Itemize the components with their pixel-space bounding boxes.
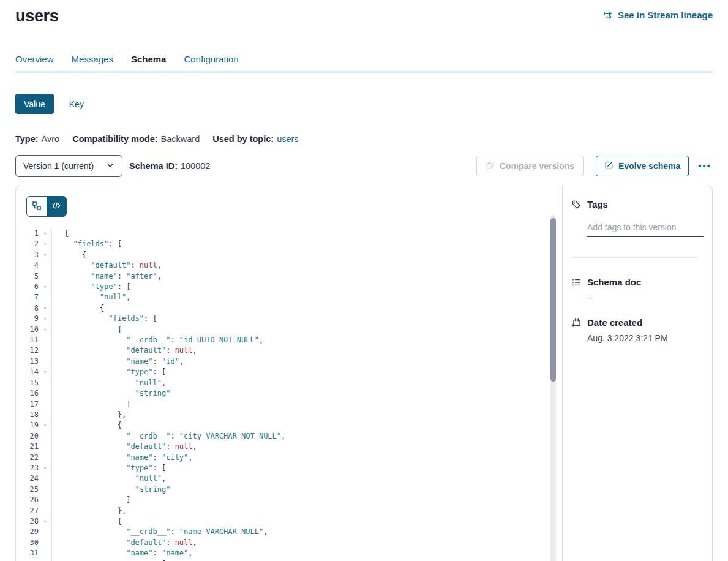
tab-configuration[interactable]: Configuration bbox=[184, 54, 238, 65]
schema-doc-section: Schema doc -- bbox=[571, 277, 704, 303]
fold-toggle-icon[interactable]: ▾ bbox=[39, 228, 51, 239]
schema-id: Schema ID: 100002 bbox=[129, 161, 210, 171]
code-text: "name": "city", bbox=[52, 453, 193, 463]
fold-toggle-icon[interactable]: ▾ bbox=[39, 314, 51, 324]
code-line: 13 "name": "id", bbox=[16, 356, 562, 367]
code-line: 7 "null", bbox=[16, 292, 562, 303]
stream-lineage-link[interactable]: See in Stream lineage bbox=[602, 10, 713, 20]
fold-spacer bbox=[39, 260, 51, 271]
code-text: "null", bbox=[52, 292, 130, 303]
code-text: "__crdb__": "name VARCHAR NULL", bbox=[52, 527, 268, 537]
code-line: 27 }, bbox=[16, 506, 562, 516]
fold-toggle-icon[interactable]: ▾ bbox=[39, 303, 51, 314]
line-number: 31 bbox=[16, 548, 39, 559]
meta-used-by-topic: Used by topic: users bbox=[212, 134, 298, 144]
version-select[interactable]: Version 1 (current) bbox=[15, 155, 122, 177]
code-line: 16 "string" bbox=[16, 388, 562, 399]
editor-scrollbar[interactable] bbox=[550, 215, 556, 561]
schema-doc-header: Schema doc bbox=[571, 277, 704, 287]
fold-spacer bbox=[39, 506, 51, 516]
code-line: 3▾ { bbox=[16, 250, 562, 260]
fold-toggle-icon[interactable]: ▾ bbox=[39, 559, 51, 561]
value-key-toggle: Value Key bbox=[15, 94, 713, 114]
code-line: 8▾ { bbox=[16, 303, 562, 314]
code-text: }, bbox=[52, 410, 126, 420]
schema-editor: 1▾{2▾ "fields": [3▾ {4 "default": null,5… bbox=[16, 186, 562, 561]
evolve-schema-button[interactable]: Evolve schema bbox=[596, 156, 689, 176]
fold-toggle-icon[interactable]: ▾ bbox=[39, 239, 51, 249]
line-number: 14 bbox=[16, 367, 39, 377]
fold-toggle-icon[interactable]: ▾ bbox=[39, 367, 51, 377]
compare-versions-button[interactable]: Compare versions bbox=[476, 156, 584, 176]
fold-toggle-icon[interactable]: ▾ bbox=[39, 420, 51, 431]
editor-scrollbar-thumb[interactable] bbox=[550, 218, 556, 382]
fold-spacer bbox=[39, 378, 51, 388]
gutter-cell: 4 bbox=[16, 260, 52, 271]
tree-view-button[interactable] bbox=[27, 197, 47, 216]
code-line: 23▾ "type": [ bbox=[16, 463, 562, 473]
line-number: 10 bbox=[16, 325, 39, 335]
date-created-value: Aug. 3 2022 3:21 PM bbox=[587, 333, 704, 343]
code-line: 28▾ { bbox=[16, 516, 562, 527]
code-text: "name": "id", bbox=[52, 356, 184, 367]
code-text: "default": null, bbox=[52, 260, 162, 271]
code-line: 25 "string" bbox=[16, 484, 562, 495]
line-number: 28 bbox=[16, 516, 39, 527]
tab-schema[interactable]: Schema bbox=[131, 54, 167, 65]
fold-spacer bbox=[39, 271, 51, 282]
line-number: 11 bbox=[16, 335, 39, 345]
schema-doc-title: Schema doc bbox=[587, 277, 641, 287]
code-text: "fields": [ bbox=[52, 314, 157, 324]
code-line: 26 ] bbox=[16, 495, 562, 505]
code-text: "null", bbox=[52, 473, 166, 484]
line-number: 2 bbox=[16, 239, 39, 249]
line-number: 7 bbox=[16, 292, 39, 303]
code-text: "type": [ bbox=[52, 463, 166, 473]
used-by-topic-label: Used by topic: bbox=[212, 134, 274, 144]
fold-spacer bbox=[39, 453, 51, 463]
code-text: "name": "after", bbox=[52, 271, 162, 282]
line-number: 3 bbox=[16, 250, 39, 260]
key-toggle-link[interactable]: Key bbox=[69, 99, 84, 109]
topic-link[interactable]: users bbox=[277, 134, 298, 144]
line-number: 20 bbox=[16, 431, 39, 442]
fold-spacer bbox=[39, 495, 51, 505]
gutter-cell: 3▾ bbox=[16, 250, 52, 260]
tab-messages[interactable]: Messages bbox=[72, 54, 113, 65]
code-line: 9▾ "fields": [ bbox=[16, 314, 562, 324]
code-view-icon bbox=[51, 201, 61, 213]
more-actions-button[interactable]: ••• bbox=[697, 160, 713, 171]
code-line: 31 "name": "name", bbox=[16, 548, 562, 559]
line-number: 1 bbox=[16, 228, 39, 239]
line-number: 9 bbox=[16, 314, 39, 324]
fold-toggle-icon[interactable]: ▾ bbox=[39, 250, 51, 260]
fold-toggle-icon[interactable]: ▾ bbox=[39, 516, 51, 527]
gutter-cell: 28▾ bbox=[16, 516, 52, 527]
tab-overview[interactable]: Overview bbox=[15, 54, 54, 65]
gutter-cell: 29 bbox=[16, 527, 52, 537]
add-tags-input[interactable] bbox=[587, 222, 704, 237]
code-text: "default": null, bbox=[52, 442, 197, 452]
gutter-cell: 12 bbox=[16, 345, 52, 356]
fold-toggle-icon[interactable]: ▾ bbox=[39, 463, 51, 473]
page-header: users See in Stream lineage bbox=[0, 0, 728, 26]
fold-toggle-icon[interactable]: ▾ bbox=[39, 325, 51, 335]
gutter-cell: 15 bbox=[16, 378, 52, 388]
list-icon bbox=[571, 277, 581, 287]
line-number: 13 bbox=[16, 356, 39, 367]
code-text: { bbox=[52, 420, 122, 431]
meta-type: Type: Avro bbox=[15, 134, 59, 144]
fold-spacer bbox=[39, 335, 51, 345]
fold-toggle-icon[interactable]: ▾ bbox=[39, 282, 51, 292]
gutter-cell: 9▾ bbox=[16, 314, 52, 324]
gutter-cell: 13 bbox=[16, 356, 52, 367]
gutter-cell: 30 bbox=[16, 538, 52, 548]
tags-title: Tags bbox=[587, 199, 608, 209]
compare-icon bbox=[486, 160, 495, 171]
fold-spacer bbox=[39, 345, 51, 356]
code-view-button[interactable] bbox=[47, 197, 66, 216]
value-toggle-button[interactable]: Value bbox=[15, 94, 54, 114]
line-number: 5 bbox=[16, 271, 39, 282]
code-line: 5 "name": "after", bbox=[16, 271, 562, 282]
code-text: "default": null, bbox=[52, 345, 197, 356]
